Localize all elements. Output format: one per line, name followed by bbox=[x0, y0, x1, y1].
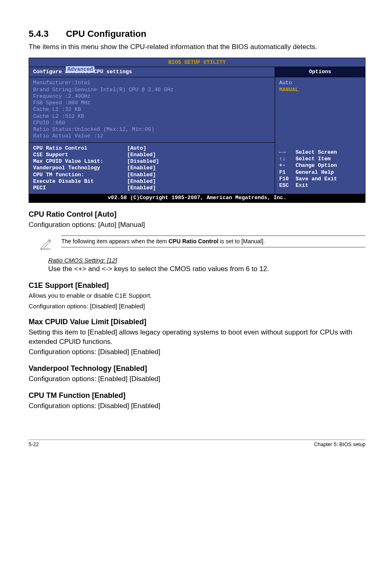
footer-page-number: 5-22 bbox=[29, 442, 39, 447]
bios-setting-row: PECI[Enabled] bbox=[33, 185, 271, 191]
section-title-text: CPU Configuration bbox=[66, 29, 146, 39]
bios-setting-row: CPU TM function:[Enabled] bbox=[33, 172, 271, 178]
info-line: Frequency :2.40GHz bbox=[33, 93, 271, 100]
bios-setting-row: CPU Ratio Control[Auto] bbox=[33, 145, 271, 152]
heading-vanderpool: Vanderpool Technology [Enabled] bbox=[29, 364, 365, 373]
info-line: Cache L1 :32 KB bbox=[33, 106, 271, 113]
info-line: CPUID :660 bbox=[33, 120, 271, 126]
heading-cpu-ratio: CPU Ratio Control [Auto] bbox=[29, 210, 365, 219]
intro-text: The items in this menu show the CPU-rela… bbox=[29, 43, 365, 52]
bios-setting-row: Max CPUID Value Limit:[Disabled] bbox=[33, 158, 271, 165]
heading-max-cpuid: Max CPUID Value Limit [Disabled] bbox=[29, 318, 365, 326]
c1e-cfg: Configuration options: [Disabled] [Enabl… bbox=[29, 302, 365, 310]
info-line: Ratio Status:Unlocked (Max:12, Min:06) bbox=[33, 126, 271, 133]
option-auto: Auto bbox=[279, 80, 361, 86]
bios-cpu-info: Manufacturer:Intel Brand String:Genuine … bbox=[29, 77, 275, 142]
bios-screenshot: BIOS SETUP UTILITY Advanced Configure ad… bbox=[29, 58, 365, 203]
bios-setting-row: Vanderpool Technology[Enabled] bbox=[33, 165, 271, 171]
vanderpool-cfg: Configuration options: [Enabled] [Disabl… bbox=[29, 375, 365, 384]
info-line: Brand String:Genuine Intel(R) CPU @ 2.40… bbox=[33, 87, 271, 93]
pencil-note-icon bbox=[38, 236, 53, 253]
section-number: 5.4.3 bbox=[29, 29, 63, 39]
bios-tab-advanced: Advanced bbox=[66, 66, 94, 73]
heading-ratio-cmos: Ratio CMOS Setting: [12] bbox=[48, 257, 365, 264]
info-line: Ratio Actual Value :12 bbox=[33, 133, 271, 139]
bios-footer: v02.58 (C)Copyright 1985-2007, American … bbox=[29, 194, 365, 202]
note-text: The following item appears when the item… bbox=[61, 236, 365, 247]
option-manual: MANUAL bbox=[279, 87, 361, 93]
ratio-cmos-desc: Use the <+> and <-> keys to select the C… bbox=[48, 265, 365, 274]
max-cpuid-cfg: Configuration options: [Disabled] [Enabl… bbox=[29, 348, 365, 357]
c1e-desc: Allows you to enable or disable C1E Supp… bbox=[29, 292, 365, 300]
section-heading: 5.4.3 CPU Configuration bbox=[29, 29, 365, 39]
bios-setting-row: C1E Support[Enabled] bbox=[33, 152, 271, 158]
cfg-cpu-ratio: Configuration options: [Auto] [Manual] bbox=[29, 220, 365, 230]
heading-cpu-tm: CPU TM Function [Enabled] bbox=[29, 391, 365, 400]
footer-chapter: Chapter 5: BIOS setup bbox=[314, 442, 365, 447]
info-line: Cache L2 :512 KB bbox=[33, 113, 271, 120]
bios-options-header: Options bbox=[275, 67, 365, 77]
heading-c1e: C1E Support [Enabled] bbox=[29, 281, 365, 290]
bios-legend: ←→Select Screen ↑↓Select Item +-Change O… bbox=[279, 149, 361, 192]
info-line: Manufacturer:Intel bbox=[33, 80, 271, 86]
page-footer: 5-22 Chapter 5: BIOS setup bbox=[29, 440, 365, 447]
cpu-tm-cfg: Configuration options: [Disabled] [Enabl… bbox=[29, 402, 365, 411]
bios-title: BIOS SETUP UTILITY bbox=[29, 58, 365, 67]
bios-settings: CPU Ratio Control[Auto] C1E Support[Enab… bbox=[29, 143, 275, 194]
info-line: FSB Speed :800 MHz bbox=[33, 100, 271, 106]
max-cpuid-desc: Setting this item to [Enabled] allows le… bbox=[29, 328, 365, 347]
note-box: The following item appears when the item… bbox=[38, 236, 365, 253]
bios-setting-row: Execute Disable Bit[Enabled] bbox=[33, 178, 271, 185]
